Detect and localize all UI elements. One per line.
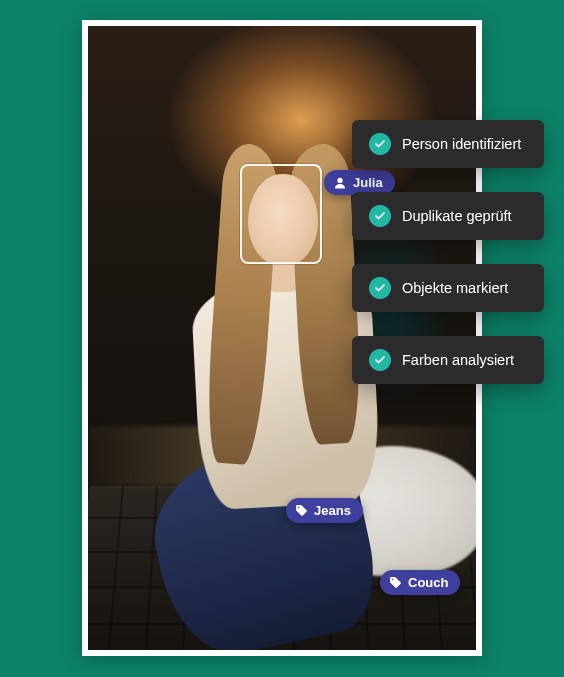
check-icon — [369, 349, 391, 371]
status-duplicates-checked: Duplikate geprüft — [352, 192, 544, 240]
status-label: Farben analysiert — [402, 352, 514, 368]
tag-label: Jeans — [314, 503, 351, 518]
status-person-identified: Person identifiziert — [352, 120, 544, 168]
status-colors-analyzed: Farben analysiert — [352, 336, 544, 384]
tag-label: Couch — [408, 575, 448, 590]
tag-label: Julia — [353, 175, 383, 190]
status-label: Objekte markiert — [402, 280, 508, 296]
check-icon — [369, 133, 391, 155]
status-label: Duplikate geprüft — [402, 208, 512, 224]
svg-point-0 — [337, 177, 342, 182]
face-detection-box[interactable] — [240, 164, 322, 264]
tag-object-couch[interactable]: Couch — [380, 570, 460, 595]
tag-object-jeans[interactable]: Jeans — [286, 498, 363, 523]
status-objects-tagged: Objekte markiert — [352, 264, 544, 312]
check-icon — [369, 277, 391, 299]
check-icon — [369, 205, 391, 227]
person-icon — [333, 176, 347, 190]
tag-icon — [295, 504, 308, 517]
status-label: Person identifiziert — [402, 136, 521, 152]
tag-icon — [389, 576, 402, 589]
